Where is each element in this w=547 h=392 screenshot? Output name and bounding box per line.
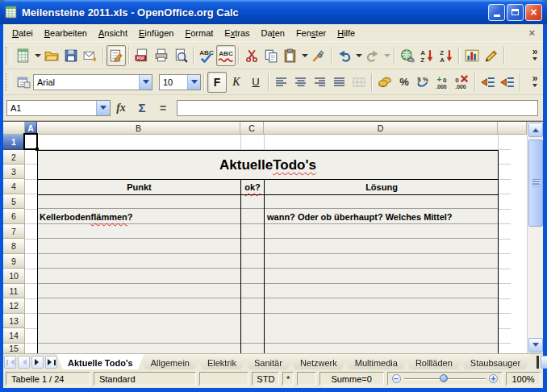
column-header-d[interactable]: D (264, 122, 498, 135)
menu-daten[interactable]: Daten (256, 27, 290, 40)
toolbar-overflow-button[interactable]: » (528, 75, 541, 90)
merge-cells-button[interactable] (349, 72, 369, 93)
format-paintbrush-button[interactable] (309, 45, 328, 66)
redo-dropdown[interactable] (382, 45, 391, 66)
spellcheck-button[interactable]: ABC (197, 45, 216, 66)
font-size-dropdown[interactable] (187, 75, 200, 90)
font-size-combo[interactable]: 10 (159, 74, 201, 90)
zoom-out-icon[interactable]: − (392, 374, 401, 383)
column-header-e-partial[interactable] (498, 122, 527, 135)
new-document-dropdown[interactable] (33, 45, 42, 66)
next-sheet-button[interactable] (31, 356, 44, 369)
cells-area[interactable]: Aktuelle Todo's Punkt ok? Lösung Kellerb… (25, 135, 527, 353)
formula-input-line[interactable] (177, 100, 538, 116)
export-pdf-button[interactable]: PDF (132, 45, 152, 66)
cut-button[interactable] (242, 45, 261, 66)
status-zoom-level[interactable]: 100% (506, 372, 541, 386)
row-header-2[interactable]: 2 (3, 150, 25, 165)
sort-descending-button[interactable]: ZA (436, 45, 456, 66)
close-button[interactable]: × (525, 4, 542, 21)
hyperlink-button[interactable] (398, 45, 417, 66)
menu-hilfe[interactable]: Hilfe (332, 27, 361, 40)
delete-decimal-button[interactable]: 0.000 (453, 72, 472, 93)
undo-dropdown[interactable] (354, 45, 363, 66)
sheet-tab-staubsauger[interactable]: Staubsauger (459, 354, 532, 369)
cell-d4-loesung[interactable]: Lösung (265, 179, 499, 195)
cell-title-merged[interactable]: Aktuelle Todo's (37, 150, 499, 180)
edit-file-button[interactable] (106, 45, 126, 66)
italic-button[interactable]: K (227, 72, 246, 93)
toolbar-overflow-button[interactable]: » (528, 48, 541, 63)
first-sheet-button[interactable] (4, 356, 16, 369)
function-wizard-button[interactable]: fx (111, 98, 132, 118)
underline-button[interactable]: U (246, 72, 265, 93)
new-document-button[interactable] (14, 45, 33, 66)
row-header-8[interactable]: 8 (3, 239, 25, 254)
cell-c4-ok[interactable]: ok? (241, 179, 264, 195)
cell-reference-dropdown[interactable] (96, 101, 110, 115)
align-justify-button[interactable] (330, 72, 349, 93)
sheet-tab-elektrik[interactable]: Elektrik (196, 354, 248, 369)
zoom-slider[interactable]: − + (387, 372, 503, 386)
tab-scrollbar-splitter[interactable] (537, 356, 539, 369)
sheet-tab-sanitaer[interactable]: Sanitär (243, 354, 294, 369)
decrease-indent-button[interactable] (478, 72, 498, 93)
select-all-corner[interactable] (3, 122, 25, 135)
styles-button[interactable] (14, 72, 33, 93)
menu-datei[interactable]: Datei (6, 27, 39, 40)
sheet-tab-multimedia[interactable]: Multimedia (344, 354, 409, 369)
formula-button[interactable]: = (152, 98, 173, 118)
cell-b4-punkt[interactable]: Punkt (37, 179, 241, 195)
cell-reference-box[interactable]: A1 (6, 100, 111, 116)
add-decimal-button[interactable]: +0.000 (433, 72, 453, 93)
menu-ansicht[interactable]: Ansicht (93, 27, 133, 40)
row-header-9[interactable]: 9 (3, 254, 25, 269)
sort-ascending-button[interactable]: AZ (417, 45, 436, 66)
toolbar-grip[interactable] (6, 73, 11, 91)
chart-button[interactable] (462, 45, 482, 66)
zoom-slider-thumb[interactable] (440, 374, 448, 382)
previous-sheet-button[interactable] (18, 356, 30, 369)
scroll-down-button[interactable] (528, 338, 543, 352)
status-sum[interactable]: Summe=0 (319, 372, 384, 386)
row-header-3[interactable]: 3 (3, 165, 25, 179)
page-preview-button[interactable] (171, 45, 190, 66)
zoom-in-icon[interactable]: + (489, 374, 498, 383)
column-header-c[interactable]: C (240, 122, 264, 135)
align-left-button[interactable] (272, 72, 291, 93)
row-header-5[interactable]: 5 (3, 194, 25, 209)
toolbar-grip[interactable] (6, 47, 11, 65)
row-header-12[interactable]: 12 (3, 298, 25, 314)
row-header-11[interactable]: 11 (3, 284, 25, 298)
sheet-tab-netzwerk[interactable]: Netzwerk (289, 354, 349, 369)
row-header-10[interactable]: 10 (3, 269, 25, 284)
open-button[interactable] (42, 45, 61, 66)
cell-b6-kellerboden[interactable]: Kellerboden flämmen? (40, 210, 241, 224)
row-header-13[interactable]: 13 (3, 314, 25, 328)
status-selection-mode[interactable]: STD (252, 372, 279, 386)
cell-cursor-a1[interactable] (23, 133, 38, 150)
font-name-combo[interactable]: Arial (33, 74, 152, 90)
percent-format-button[interactable]: % (395, 72, 414, 93)
currency-format-button[interactable] (375, 72, 395, 93)
align-center-button[interactable] (291, 72, 311, 93)
print-button[interactable] (152, 45, 171, 66)
cell-d6-wann[interactable]: wann? Oder ob überhaupt? Welches Mittel? (267, 210, 499, 224)
horizontal-scrollbar[interactable] (541, 356, 547, 369)
font-name-dropdown[interactable] (139, 75, 152, 90)
vertical-scrollbar[interactable] (527, 122, 543, 353)
row-header-15[interactable]: 15 (3, 344, 25, 353)
minimize-button[interactable] (488, 4, 505, 21)
sheet-tab-allgemein[interactable]: Allgemein (140, 354, 201, 369)
menu-extras[interactable]: Extras (219, 27, 255, 40)
draw-functions-button[interactable] (482, 45, 501, 66)
vertical-scrollbar-thumb[interactable] (528, 140, 543, 227)
row-header-7[interactable]: 7 (3, 224, 25, 239)
auto-spellcheck-button[interactable]: ABC (216, 45, 236, 66)
row-header-14[interactable]: 14 (3, 328, 25, 344)
copy-button[interactable] (261, 45, 281, 66)
email-button[interactable] (81, 45, 100, 66)
menu-format[interactable]: Format (179, 27, 219, 40)
undo-button[interactable] (335, 45, 354, 66)
maximize-button[interactable] (507, 4, 524, 21)
